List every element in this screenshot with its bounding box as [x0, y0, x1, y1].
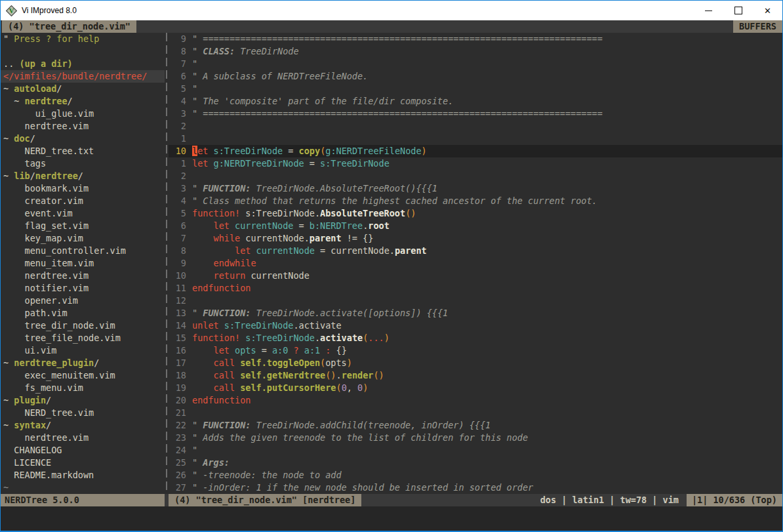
tree-item[interactable]: ~ lib/nerdtree/ [1, 170, 165, 182]
code-line[interactable]: 21 [169, 407, 782, 419]
tree-item[interactable]: CHANGELOG [1, 444, 165, 457]
text-segment: let [214, 345, 230, 356]
text-segment: ~ [3, 83, 14, 94]
code-line[interactable]: 16 let opts = a:0 ? a:1 : {} [169, 344, 782, 357]
tree-item[interactable]: tree_dir_node.vim [1, 319, 165, 332]
vertical-split-separator[interactable] [165, 33, 169, 494]
code-line[interactable]: 17 call self.toggleOpen(opts) [169, 357, 782, 369]
code-line[interactable]: 9 endwhile [169, 257, 782, 270]
line-number: 8 [169, 45, 192, 58]
code-line[interactable]: 13" FUNCTION: TreeDirNode.activate([opti… [169, 307, 782, 319]
tree-item[interactable]: nerdtree.vim [1, 432, 165, 444]
code-line[interactable]: 9" =====================================… [169, 33, 782, 45]
tree-item[interactable]: NERD_tree.vim [1, 407, 165, 419]
code-line[interactable]: 23" Adds the given treenode to the list … [169, 432, 782, 444]
tree-root-item[interactable]: </vimfiles/bundle/nerdtree/ [1, 70, 165, 83]
tree-item[interactable]: key_map.vim [1, 232, 165, 245]
tree-item[interactable]: fs_menu.vim [1, 382, 165, 394]
code-line[interactable]: 26" -treenode: the node to add [169, 469, 782, 481]
code-text: endwhile [192, 257, 256, 270]
code-line[interactable]: 14unlet s:TreeDirNode.activate [169, 319, 782, 332]
code-line[interactable]: 3" FUNCTION: TreeDirNode.AbsoluteTreeRoo… [169, 182, 782, 195]
code-line[interactable]: 1 [169, 133, 782, 145]
code-line[interactable]: 27" -inOrder: 1 if the new node should b… [169, 481, 782, 494]
text-segment: (up a dir) [19, 58, 72, 69]
text-segment: tree_dir_node.vim [3, 320, 115, 331]
code-line[interactable]: 2 [169, 170, 782, 182]
code-line[interactable]: 22" FUNCTION: TreeDirNode.addChild(treen… [169, 419, 782, 432]
code-line[interactable]: 10let s:TreeDirNode = copy(g:NERDTreeFil… [169, 145, 782, 157]
tree-item[interactable]: creator.vim [1, 195, 165, 207]
code-line[interactable]: 4" The 'composite' part of the file/dir … [169, 95, 782, 108]
text-segment: ui.vim [3, 345, 56, 356]
code-line[interactable]: 2 [169, 120, 782, 133]
tree-item[interactable]: nerdtree.vim [1, 270, 165, 282]
tree-item[interactable]: ~ nerdtree/ [1, 95, 165, 108]
tree-item[interactable]: tree_file_node.vim [1, 332, 165, 344]
tree-item[interactable]: tags [1, 157, 165, 170]
text-segment: / [56, 83, 62, 94]
minimize-button[interactable] [694, 1, 723, 20]
code-line[interactable]: 8" CLASS: TreeDirNode [169, 45, 782, 58]
code-line[interactable]: 1let g:NERDTreeDirNode = s:TreeDirNode [169, 157, 782, 170]
text-segment: key_map.vim [3, 233, 83, 243]
tree-item[interactable]: path.vim [1, 307, 165, 319]
tree-item[interactable]: ui.vim [1, 344, 165, 357]
code-line[interactable]: 19 call self.putCursorHere(0, 0) [169, 382, 782, 394]
tab-tree-dir-node[interactable]: (4) "tree_dir_node.vim" [2, 20, 136, 33]
text-segment: function! [192, 208, 240, 218]
tree-item[interactable]: ~ plugin/ [1, 394, 165, 407]
tree-item[interactable]: LICENCE [1, 457, 165, 469]
code-line[interactable]: 8 let currentNode = currentNode.parent [169, 245, 782, 257]
code-line[interactable]: 12 [169, 295, 782, 307]
tree-item[interactable]: event.vim [1, 207, 165, 220]
text-segment: = [293, 220, 309, 231]
code-line[interactable]: 7" [169, 58, 782, 70]
maximize-button[interactable] [723, 1, 753, 20]
code-line[interactable]: 5function! s:TreeDirNode.AbsoluteTreeRoo… [169, 207, 782, 220]
tree-item[interactable]: " Press ? for help [1, 33, 165, 45]
code-line[interactable]: 7 while currentNode.parent != {} [169, 232, 782, 245]
command-line[interactable] [1, 506, 782, 531]
text-segment: flag_set.vim [3, 220, 89, 231]
tree-item[interactable]: flag_set.vim [1, 220, 165, 232]
text-segment: / [30, 133, 35, 144]
code-line[interactable]: 10 return currentNode [169, 270, 782, 282]
code-line[interactable]: 6" A subclass of NERDTreeFileNode. [169, 70, 782, 83]
tree-item[interactable]: menu_controller.vim [1, 245, 165, 257]
tree-item[interactable]: .. (up a dir) [1, 58, 165, 70]
close-button[interactable]: ✕ [753, 1, 782, 20]
code-line[interactable]: 3" =====================================… [169, 108, 782, 120]
tree-item[interactable]: ~ syntax/ [1, 419, 165, 432]
tree-item[interactable]: ~ doc/ [1, 133, 165, 145]
tree-item[interactable] [1, 45, 165, 58]
tree-item[interactable]: notifier.vim [1, 282, 165, 295]
code-line[interactable]: 25" Args: [169, 457, 782, 469]
line-number: 13 [169, 307, 192, 319]
code-line[interactable]: 4" Class method that returns the highest… [169, 195, 782, 207]
tree-item[interactable]: ~ autoload/ [1, 83, 165, 95]
tree-item[interactable]: ~ [1, 481, 165, 494]
code-line[interactable]: 15function! s:TreeDirNode.activate(...) [169, 332, 782, 344]
code-line[interactable]: 20endfunction [169, 394, 782, 407]
tree-item[interactable]: menu_item.vim [1, 257, 165, 270]
tree-item[interactable]: bookmark.vim [1, 182, 165, 195]
code-line[interactable]: 11endfunction [169, 282, 782, 295]
text-segment: return [214, 270, 246, 281]
tree-item[interactable]: exec_menuitem.vim [1, 369, 165, 382]
tree-item[interactable]: ~ nerdtree_plugin/ [1, 357, 165, 369]
code-line[interactable]: 6 let currentNode = b:NERDTree.root [169, 220, 782, 232]
text-segment: nerdtree [25, 96, 68, 106]
tree-item[interactable]: NERD_tree.txt [1, 145, 165, 157]
code-line[interactable]: 24" [169, 444, 782, 457]
line-number: 22 [169, 419, 192, 432]
tree-item[interactable]: README.markdown [1, 469, 165, 481]
tree-item[interactable]: ui_glue.vim [1, 108, 165, 120]
text-segment: self.toggleOpen [240, 358, 320, 368]
code-text: " Args: [192, 457, 230, 469]
code-line[interactable]: 5" [169, 83, 782, 95]
tree-item[interactable]: nerdtree.vim [1, 120, 165, 133]
code-line[interactable]: 18 call self.getNerdtree().render() [169, 369, 782, 382]
text-segment: / [46, 420, 51, 430]
tree-item[interactable]: opener.vim [1, 295, 165, 307]
